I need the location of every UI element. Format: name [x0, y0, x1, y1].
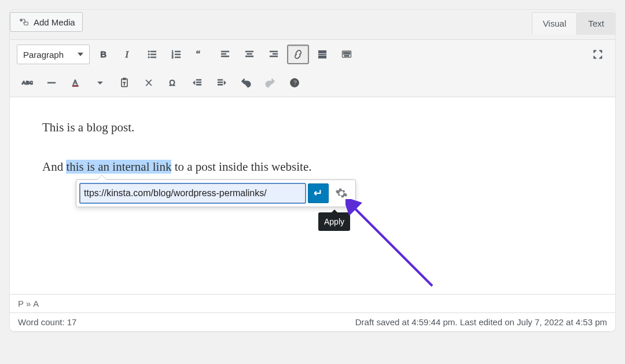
quote-button[interactable]: “	[190, 45, 211, 64]
enter-icon	[312, 187, 324, 199]
toolbar-toggle-button[interactable]	[336, 45, 357, 64]
paragraph-1[interactable]: This is a blog post.	[42, 118, 583, 138]
classic-editor: Add Media Visual Text Paragraph B I 123 …	[9, 9, 616, 332]
editor-content[interactable]: This is a blog post. And this is an inte…	[10, 97, 615, 294]
svg-rect-27	[318, 54, 326, 55]
svg-rect-22	[245, 56, 253, 57]
redo-button[interactable]	[260, 73, 281, 92]
svg-rect-18	[221, 53, 226, 54]
italic-button[interactable]: I	[117, 45, 138, 64]
block-format-select[interactable]: Paragraph	[17, 45, 90, 64]
svg-text:I: I	[125, 50, 129, 59]
apply-link-button[interactable]	[308, 183, 329, 203]
svg-rect-39	[349, 53, 350, 54]
svg-rect-40	[344, 56, 349, 57]
chevron-down-icon	[78, 53, 83, 56]
word-count: Word count: 17	[18, 317, 76, 327]
apply-tooltip: Apply	[318, 212, 350, 231]
status-bar: Word count: 17 Draft saved at 4:59:44 pm…	[10, 312, 615, 331]
svg-rect-21	[247, 53, 252, 54]
svg-text:A: A	[73, 78, 78, 86]
svg-text:“: “	[196, 49, 200, 60]
path-a[interactable]: A	[33, 299, 39, 308]
text-color-dropdown[interactable]	[90, 73, 111, 92]
svg-rect-34	[349, 52, 350, 53]
paste-text-button[interactable]: T	[114, 73, 135, 92]
strikethrough-button[interactable]: ABC	[17, 73, 38, 92]
toolbar-row-1: Paragraph B I 123 “	[10, 40, 615, 69]
clear-formatting-button[interactable]	[138, 73, 159, 92]
align-left-button[interactable]	[215, 45, 236, 64]
align-right-button[interactable]	[263, 45, 284, 64]
horizontal-rule-button[interactable]	[41, 73, 62, 92]
svg-rect-17	[221, 51, 229, 52]
element-path: P » A	[10, 294, 615, 312]
fullscreen-button[interactable]	[587, 45, 608, 64]
outdent-button[interactable]	[187, 73, 208, 92]
svg-rect-32	[346, 52, 347, 53]
svg-point-6	[148, 54, 149, 56]
svg-text:ABC: ABC	[22, 80, 33, 86]
align-center-button[interactable]	[239, 45, 260, 64]
para2-after: to a post inside this website.	[171, 160, 311, 174]
svg-rect-9	[151, 57, 156, 58]
toolbar-row-2: ABC A T Ω ?	[10, 69, 615, 97]
svg-rect-42	[47, 82, 55, 83]
svg-rect-31	[345, 52, 346, 53]
svg-rect-23	[270, 51, 277, 52]
svg-rect-46	[123, 78, 126, 80]
svg-rect-36	[345, 53, 346, 54]
special-char-button[interactable]: Ω	[163, 73, 183, 92]
svg-point-4	[148, 51, 149, 53]
path-separator: »	[26, 299, 31, 308]
svg-point-0	[20, 19, 23, 21]
svg-rect-33	[348, 52, 349, 53]
svg-text:3: 3	[172, 56, 174, 59]
svg-rect-15	[175, 57, 181, 58]
svg-rect-51	[196, 84, 201, 86]
svg-rect-44	[72, 85, 78, 87]
link-url-input[interactable]	[80, 183, 306, 203]
paragraph-2[interactable]: And this is an internal link to a post i…	[42, 157, 583, 177]
gear-icon	[335, 187, 348, 200]
svg-rect-38	[348, 53, 349, 54]
text-color-button[interactable]: A	[65, 73, 86, 92]
svg-text:?: ?	[293, 79, 297, 86]
read-more-button[interactable]	[312, 45, 333, 64]
path-p[interactable]: P	[18, 299, 24, 308]
block-format-label: Paragraph	[23, 50, 64, 60]
save-status: Draft saved at 4:59:44 pm. Last edited o…	[355, 317, 607, 327]
annotation-arrow	[345, 199, 438, 292]
bullet-list-button[interactable]	[142, 45, 163, 64]
insert-link-button[interactable]	[288, 45, 308, 64]
help-button[interactable]: ?	[284, 73, 305, 92]
undo-button[interactable]	[236, 73, 256, 92]
selected-link-text[interactable]: this is an internal link	[66, 160, 171, 174]
bold-button[interactable]: B	[93, 45, 114, 64]
svg-rect-49	[196, 79, 201, 80]
svg-rect-54	[218, 84, 222, 86]
svg-rect-19	[221, 56, 229, 57]
svg-rect-7	[151, 54, 156, 55]
tab-visual[interactable]: Visual	[532, 12, 578, 35]
link-settings-button[interactable]	[331, 183, 352, 203]
tab-text[interactable]: Text	[577, 12, 615, 35]
svg-rect-53	[218, 82, 222, 83]
numbered-list-button[interactable]: 123	[166, 45, 187, 64]
editor-toolbar: Paragraph B I 123 “ ABC A T Ω	[10, 39, 615, 97]
svg-text:B: B	[100, 49, 106, 59]
svg-text:T: T	[123, 81, 126, 86]
add-media-label: Add Media	[34, 17, 75, 27]
svg-rect-13	[175, 54, 181, 55]
svg-rect-28	[318, 56, 326, 58]
svg-rect-25	[270, 56, 277, 57]
svg-text:Ω: Ω	[169, 78, 175, 87]
svg-rect-24	[273, 53, 277, 54]
svg-rect-11	[175, 51, 181, 52]
add-media-button[interactable]: Add Media	[10, 12, 83, 32]
editor-tabs: Visual Text	[532, 12, 615, 35]
svg-rect-35	[343, 53, 344, 54]
indent-button[interactable]	[211, 73, 232, 92]
svg-rect-37	[346, 53, 347, 54]
para2-before: And	[42, 160, 66, 174]
